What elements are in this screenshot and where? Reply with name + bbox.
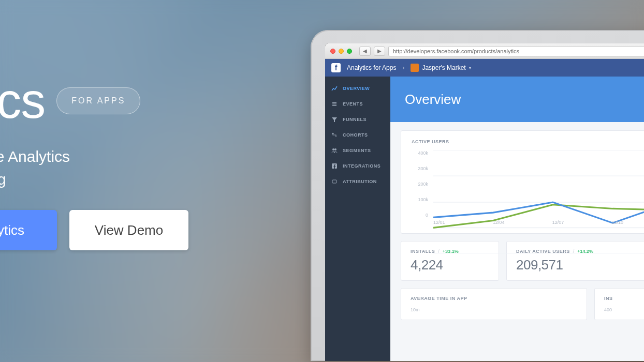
sidebar: OVERVIEW EVENTS FUNNELS COHORTS SEGMENTS <box>325 77 390 361</box>
url-text: http://developers.facebook.com/products/… <box>393 48 519 54</box>
back-button[interactable]: ◀ <box>359 47 371 56</box>
branch-icon <box>331 132 338 138</box>
svg-point-1 <box>334 148 336 150</box>
avg-time-card: AVERAGE TIME IN APP 10m <box>401 288 587 320</box>
hero-pill: FOR APPS <box>56 87 140 114</box>
y-axis: 400k 300k 200k 100k 0 <box>412 150 431 218</box>
people-icon <box>331 147 338 154</box>
active-users-chart: 400k 300k 200k 100k 0 <box>412 150 644 228</box>
stat-value: 209,571 <box>516 257 644 273</box>
sidebar-item-attribution[interactable]: ATTRIBUTION <box>325 174 390 189</box>
mini-card-right: INS 400 <box>594 288 644 320</box>
hero-eyebrow: CING <box>0 47 300 63</box>
mini-row: AVERAGE TIME IN APP 10m INS 400 <box>401 288 644 320</box>
hero-section: CING lytics FOR APPS ce Mobile Analytics… <box>0 47 300 250</box>
sidebar-item-segments[interactable]: SEGMENTS <box>325 143 390 158</box>
app-icon <box>411 64 419 72</box>
x-tick: 12/04 <box>493 220 505 228</box>
sidebar-item-overview[interactable]: OVERVIEW <box>325 81 390 96</box>
x-tick: 12/07 <box>552 220 564 228</box>
content-area: Overview ACTIVE USERS 400k 300k 200k 100… <box>390 77 644 361</box>
x-tick: 12/10 <box>612 220 624 228</box>
url-bar[interactable]: http://developers.facebook.com/products/… <box>388 46 644 56</box>
fb-icon <box>331 163 338 169</box>
chart-line-icon <box>331 85 338 92</box>
sidebar-item-funnels[interactable]: FUNNELS <box>325 112 390 127</box>
hero-subtitle-1: ce Mobile Analytics <box>0 148 300 165</box>
card-title: ACTIVE USERS <box>412 139 644 144</box>
minimize-icon[interactable] <box>339 49 344 54</box>
hero-title: lytics <box>0 72 45 129</box>
sidebar-item-label: COHORTS <box>343 132 368 138</box>
mini-y-tick: 400 <box>604 307 644 312</box>
sidebar-item-events[interactable]: EVENTS <box>325 96 390 112</box>
sidebar-item-label: OVERVIEW <box>343 86 370 91</box>
sidebar-item-label: SEGMENTS <box>343 148 371 153</box>
funnel-icon <box>331 116 338 123</box>
cta-view-demo-button[interactable]: View Demo <box>69 210 188 250</box>
sidebar-item-label: ATTRIBUTION <box>343 179 377 184</box>
facebook-logo-icon[interactable]: f <box>331 63 341 72</box>
forward-button[interactable]: ▶ <box>374 47 385 56</box>
sidebar-item-label: INTEGRATIONS <box>343 163 380 169</box>
y-tick: 100k <box>418 197 428 202</box>
cta-analytics-button[interactable]: Analytics <box>0 210 57 250</box>
svg-rect-3 <box>332 180 336 183</box>
laptop-mockup: ◀ ▶ http://developers.facebook.com/produ… <box>311 30 644 361</box>
y-tick: 0 <box>426 213 428 218</box>
close-icon[interactable] <box>330 49 335 54</box>
x-tick: 12/01 <box>433 220 445 228</box>
app-switcher[interactable]: Jasper's Market ▾ <box>411 64 471 72</box>
chevron-down-icon: ▾ <box>469 66 471 70</box>
x-axis: 12/01 12/04 12/07 12/10 <box>433 220 644 228</box>
y-tick: 300k <box>418 166 428 171</box>
hero-subtitle-2: Marketing <box>0 171 300 188</box>
breadcrumb-chevron-icon: › <box>402 64 404 71</box>
y-tick: 400k <box>418 150 428 156</box>
list-icon <box>331 101 338 107</box>
app-name: Jasper's Market <box>422 64 465 71</box>
sidebar-item-cohorts[interactable]: COHORTS <box>325 127 390 143</box>
sidebar-item-integrations[interactable]: INTEGRATIONS <box>325 158 390 174</box>
stat-label: INSTALLS <box>411 249 435 254</box>
active-users-card: ACTIVE USERS 400k 300k 200k 100k 0 <box>401 130 644 234</box>
sidebar-item-label: FUNNELS <box>343 117 367 122</box>
product-name[interactable]: Analytics for Apps <box>347 64 396 71</box>
mini-y-tick: 10m <box>411 307 577 312</box>
sidebar-item-label: EVENTS <box>343 101 363 107</box>
app-header: f Analytics for Apps › Jasper's Market ▾ <box>325 59 644 77</box>
badge-icon <box>331 178 338 185</box>
stat-value: 4,224 <box>411 257 489 273</box>
zoom-icon[interactable] <box>347 49 352 54</box>
window-controls <box>330 49 352 54</box>
card-title: AVERAGE TIME IN APP <box>411 296 577 301</box>
chart-svg <box>433 150 644 254</box>
page-title: Overview <box>390 77 644 122</box>
browser-toolbar: ◀ ▶ http://developers.facebook.com/produ… <box>325 43 644 59</box>
svg-point-0 <box>332 148 334 150</box>
y-tick: 200k <box>418 182 428 187</box>
card-title: INS <box>604 296 644 301</box>
